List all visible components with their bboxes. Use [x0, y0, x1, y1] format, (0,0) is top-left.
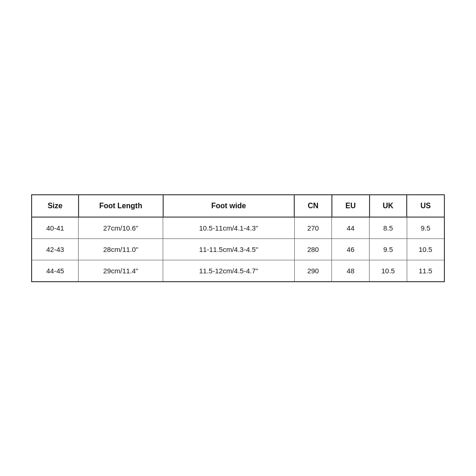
cell-foot-wide-0: 10.5-11cm/4.1-4.3" — [163, 217, 295, 239]
cell-eu-2: 48 — [332, 260, 370, 282]
cell-cn-2: 290 — [294, 260, 332, 282]
cell-size-1: 42-43 — [32, 238, 79, 260]
cell-us-0: 9.5 — [407, 217, 444, 239]
cell-uk-2: 10.5 — [370, 260, 407, 282]
cell-foot-length-0: 27cm/10.6" — [79, 217, 163, 239]
size-chart-container: Size Foot Length Foot wide CN EU UK US 4… — [31, 194, 445, 282]
cell-uk-0: 8.5 — [370, 217, 407, 239]
cell-eu-0: 44 — [332, 217, 370, 239]
table-row: 40-41 27cm/10.6" 10.5-11cm/4.1-4.3" 270 … — [32, 217, 444, 239]
size-chart-table: Size Foot Length Foot wide CN EU UK US 4… — [31, 194, 445, 282]
table-row: 42-43 28cm/11.0" 11-11.5cm/4.3-4.5" 280 … — [32, 238, 444, 260]
table-header-row: Size Foot Length Foot wide CN EU UK US — [32, 195, 444, 217]
cell-uk-1: 9.5 — [370, 238, 407, 260]
header-size: Size — [32, 195, 79, 217]
cell-size-0: 40-41 — [32, 217, 79, 239]
cell-cn-1: 280 — [294, 238, 332, 260]
header-us: US — [407, 195, 444, 217]
header-uk: UK — [370, 195, 407, 217]
cell-foot-length-1: 28cm/11.0" — [79, 238, 163, 260]
cell-size-2: 44-45 — [32, 260, 79, 282]
cell-foot-length-2: 29cm/11.4" — [79, 260, 163, 282]
header-eu: EU — [332, 195, 370, 217]
page-wrapper: Size Foot Length Foot wide CN EU UK US 4… — [0, 0, 476, 476]
cell-us-2: 11.5 — [407, 260, 444, 282]
cell-us-1: 10.5 — [407, 238, 444, 260]
cell-foot-wide-1: 11-11.5cm/4.3-4.5" — [163, 238, 295, 260]
table-row: 44-45 29cm/11.4" 11.5-12cm/4.5-4.7" 290 … — [32, 260, 444, 282]
cell-cn-0: 270 — [294, 217, 332, 239]
header-foot-wide: Foot wide — [163, 195, 295, 217]
header-cn: CN — [294, 195, 332, 217]
header-foot-length: Foot Length — [79, 195, 163, 217]
cell-foot-wide-2: 11.5-12cm/4.5-4.7" — [163, 260, 295, 282]
cell-eu-1: 46 — [332, 238, 370, 260]
